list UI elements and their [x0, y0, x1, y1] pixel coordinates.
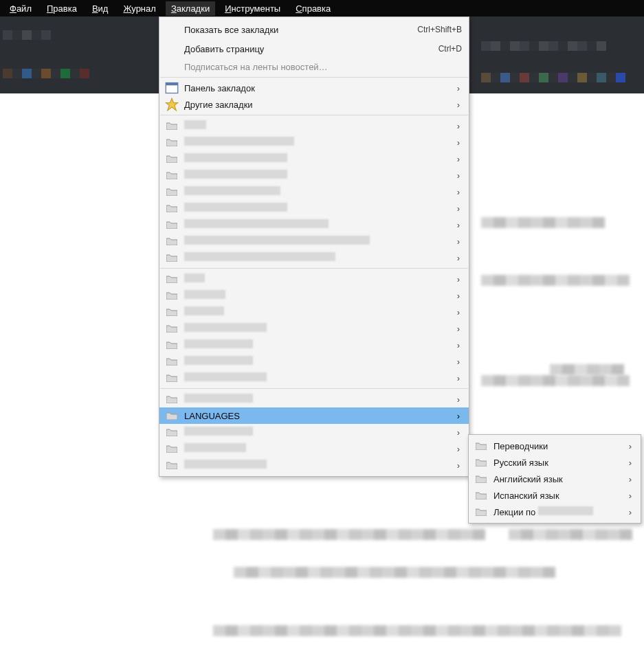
chevron-right-icon: › [627, 507, 634, 517]
menu-folder-redacted[interactable]: › [159, 233, 469, 249]
menu-item-label [184, 236, 455, 247]
menu-other-bookmarks[interactable]: Другие закладки › [159, 96, 469, 113]
chevron-right-icon: › [455, 137, 462, 148]
menu-item-label [184, 219, 455, 230]
chevron-right-icon: › [455, 187, 462, 197]
menu-item-label [184, 443, 455, 454]
chevron-right-icon: › [455, 83, 462, 93]
folder-icon [165, 372, 179, 383]
folder-icon [165, 323, 179, 334]
menu-item-label: Английский язык [493, 474, 627, 484]
chevron-right-icon: › [455, 121, 462, 131]
menu-item-label: Добавить страницу [184, 44, 438, 54]
chevron-right-icon: › [455, 373, 462, 383]
submenu-item-lectures[interactable]: Лекции по › [469, 504, 641, 520]
folder-icon [165, 306, 179, 317]
menu-item-label: Панель закладок [184, 83, 455, 93]
submenu-item-translators[interactable]: Переводчики › [469, 438, 641, 454]
chevron-right-icon: › [455, 427, 462, 438]
chevron-right-icon: › [455, 394, 462, 405]
folder-icon [165, 219, 179, 230]
menu-file[interactable]: Файл [4, 1, 37, 16]
separator [160, 115, 468, 115]
folder-icon [165, 339, 179, 350]
menu-item-label [184, 339, 455, 350]
separator [160, 268, 468, 269]
folder-icon [165, 170, 179, 181]
folder-icon [165, 236, 179, 247]
menu-folder-redacted[interactable]: › [159, 183, 469, 200]
chevron-right-icon: › [455, 411, 462, 421]
blank-icon [165, 24, 179, 35]
menu-folder-redacted[interactable]: › [159, 134, 469, 150]
menu-item-label [184, 252, 455, 263]
submenu-item-english[interactable]: Английский язык › [469, 471, 641, 487]
chevron-right-icon: › [455, 220, 462, 230]
chevron-right-icon: › [627, 458, 634, 468]
chevron-right-icon: › [455, 154, 462, 164]
menu-item-label [184, 186, 455, 197]
folder-icon [165, 394, 179, 405]
menu-folder-redacted[interactable]: › [159, 150, 469, 167]
menu-item-label: Другие закладки [184, 100, 455, 110]
svg-marker-2 [166, 98, 178, 111]
folder-icon [165, 186, 179, 197]
menu-folder-redacted[interactable]: › [159, 117, 469, 134]
menu-help[interactable]: Справка [290, 1, 336, 16]
menu-folder-redacted[interactable]: › [159, 304, 469, 320]
menu-folder-redacted[interactable]: › [159, 457, 469, 473]
chevron-right-icon: › [455, 236, 462, 247]
menu-item-label: Лекции по [493, 506, 627, 517]
separator [160, 77, 468, 78]
menu-folder-redacted[interactable]: › [159, 424, 469, 440]
menu-folder-redacted[interactable]: › [159, 200, 469, 216]
submenu-item-spanish[interactable]: Испанский язык › [469, 487, 641, 504]
menu-folder-redacted[interactable]: › [159, 249, 469, 266]
folder-icon [474, 490, 488, 501]
menu-item-label: Переводчики [493, 441, 627, 451]
menu-folder-redacted[interactable]: › [159, 337, 469, 353]
shortcut-label: Ctrl+D [438, 44, 462, 54]
menu-item-label [184, 306, 455, 317]
menu-edit[interactable]: Правка [41, 1, 82, 16]
menu-folder-redacted[interactable]: › [159, 287, 469, 304]
star-folder-icon [165, 99, 179, 110]
menu-folder-redacted[interactable]: › [159, 370, 469, 386]
menu-folder-redacted[interactable]: › [159, 271, 469, 287]
menu-folder-redacted[interactable]: › [159, 353, 469, 370]
menu-folder-redacted[interactable]: › [159, 440, 469, 457]
blank-icon [165, 43, 179, 54]
chevron-right-icon: › [455, 324, 462, 334]
menu-add-page[interactable]: Добавить страницу Ctrl+D [159, 39, 469, 58]
menu-folder-redacted[interactable]: › [159, 167, 469, 183]
menu-folder-languages[interactable]: LANGUAGES › [159, 407, 469, 424]
svg-rect-1 [166, 83, 178, 86]
folder-icon [474, 457, 488, 468]
chevron-right-icon: › [627, 441, 634, 451]
menu-bookmarks[interactable]: Закладки [166, 1, 215, 16]
menu-folder-redacted[interactable]: › [159, 391, 469, 407]
folder-icon [165, 120, 179, 131]
folder-icon [165, 443, 179, 454]
menu-tools[interactable]: Инструменты [219, 1, 286, 16]
chevron-right-icon: › [455, 307, 462, 317]
menu-item-label [184, 290, 455, 301]
menu-view[interactable]: Вид [87, 1, 114, 16]
menu-item-label [184, 170, 455, 181]
menu-folder-redacted[interactable]: › [159, 320, 469, 337]
blank-icon [165, 61, 179, 72]
bookmarks-dropdown: Показать все закладки Ctrl+Shift+B Добав… [159, 16, 469, 477]
chevron-right-icon: › [455, 291, 462, 301]
chevron-right-icon: › [455, 274, 462, 284]
menu-history[interactable]: Журнал [118, 1, 161, 16]
submenu-item-russian[interactable]: Русский язык › [469, 454, 641, 471]
folder-icon [165, 153, 179, 164]
folder-icon [165, 273, 179, 284]
menu-bookmarks-toolbar[interactable]: Панель закладок › [159, 80, 469, 96]
menu-item-label: Испанский язык [493, 491, 627, 501]
menu-folder-redacted[interactable]: › [159, 216, 469, 233]
menu-item-label [184, 153, 455, 164]
menu-show-all-bookmarks[interactable]: Показать все закладки Ctrl+Shift+B [159, 20, 469, 39]
menu-subscribe-feeds: Подписаться на ленты новостей… [159, 58, 469, 75]
folder-icon [165, 290, 179, 301]
